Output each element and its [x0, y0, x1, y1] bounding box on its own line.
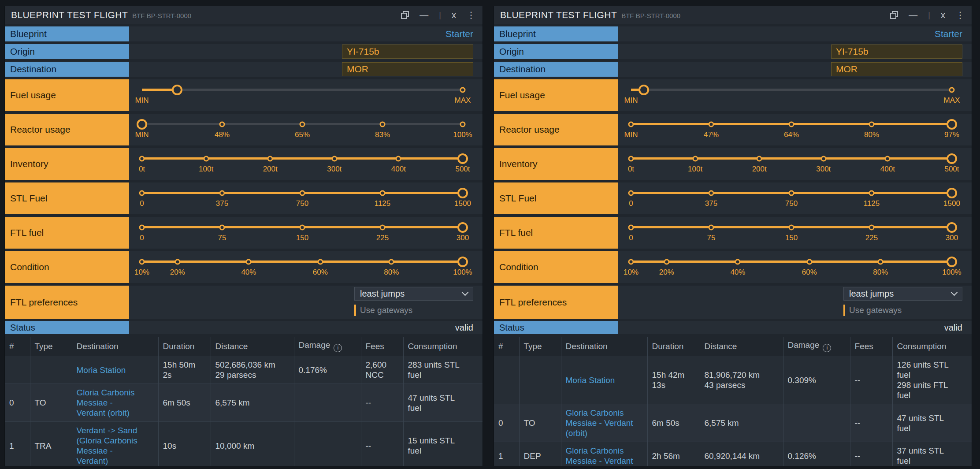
destination-link[interactable]: Verdant -> Sand (Gloria Carbonis Messiae…	[77, 426, 137, 465]
slider-handle[interactable]	[947, 222, 957, 233]
slider-marker[interactable]	[757, 156, 762, 161]
condition-slider[interactable]: 10%20%40%60%80%100%	[129, 251, 483, 283]
slider-marker[interactable]	[139, 259, 145, 264]
slider-marker[interactable]	[628, 121, 634, 127]
blueprint-link[interactable]: Starter	[935, 29, 962, 39]
slider-handle[interactable]	[457, 257, 468, 267]
titlebar[interactable]: BLUEPRINT TEST FLIGHTBTF BP-STRT-0000 — …	[5, 6, 483, 24]
close-icon[interactable]: x	[941, 11, 945, 19]
slider-handle[interactable]	[947, 119, 957, 130]
slider-marker[interactable]	[380, 224, 386, 230]
titlebar[interactable]: BLUEPRINT TEST FLIGHTBTF BP-STRT-0000 — …	[494, 6, 972, 24]
fuel-usage-slider[interactable]: MINMAX	[129, 79, 483, 111]
duplicate-window-icon[interactable]	[401, 11, 409, 19]
slider-marker[interactable]	[300, 121, 305, 127]
destination-link[interactable]: Moria Station	[566, 376, 615, 385]
slider-marker[interactable]	[396, 156, 401, 161]
slider-marker[interactable]	[709, 224, 714, 230]
slider-marker[interactable]	[806, 259, 812, 264]
condition-slider[interactable]: 10%20%40%60%80%100%	[618, 251, 972, 283]
slider-handle[interactable]	[457, 188, 468, 198]
origin-input[interactable]	[342, 45, 473, 59]
slider-marker[interactable]	[789, 121, 794, 127]
info-icon[interactable]: i	[334, 344, 342, 352]
window-menu-icon[interactable]: ⋮	[467, 11, 475, 19]
slider-handle[interactable]	[457, 153, 468, 164]
slider-marker[interactable]	[203, 156, 209, 161]
ftl-fuel-slider[interactable]: 075150225300	[129, 217, 483, 249]
slider-marker[interactable]	[174, 259, 180, 264]
ftl-fuel-slider[interactable]: 075150225300	[618, 217, 972, 249]
slider-handle[interactable]	[638, 85, 649, 95]
slider-marker[interactable]	[380, 190, 386, 196]
slider-marker[interactable]	[460, 121, 466, 127]
slider-marker[interactable]	[139, 190, 145, 196]
slider-marker[interactable]	[709, 121, 714, 127]
destination-input[interactable]	[342, 62, 473, 76]
stl-fuel-slider[interactable]: 037575011251500	[129, 182, 483, 214]
use-gateways-checkbox[interactable]: Use gateways	[843, 305, 962, 316]
ftl-preference-select[interactable]: least jumps	[843, 287, 962, 301]
slider-marker[interactable]	[789, 190, 794, 196]
fuel-usage-slider[interactable]: MINMAX	[618, 79, 972, 111]
slider-marker[interactable]	[878, 259, 883, 264]
ftl-preference-select[interactable]: least jumps	[354, 287, 473, 301]
slider-marker[interactable]	[389, 259, 394, 264]
slider-marker[interactable]	[246, 259, 252, 264]
minimize-icon[interactable]: —	[419, 11, 428, 19]
slider-marker[interactable]	[789, 224, 794, 230]
duplicate-window-icon[interactable]	[890, 11, 898, 19]
stl-fuel-slider[interactable]: 037575011251500	[618, 182, 972, 214]
slider-marker[interactable]	[949, 87, 955, 93]
slider-marker[interactable]	[692, 156, 698, 161]
destination-link[interactable]: Gloria Carbonis Messiae - Verdant	[566, 446, 633, 465]
slider-marker[interactable]	[869, 121, 875, 127]
destination-link[interactable]: Gloria Carbonis Messiae - Verdant (orbit…	[77, 388, 135, 417]
slider-marker[interactable]	[380, 121, 386, 127]
slider-marker[interactable]	[869, 190, 875, 196]
slider-marker[interactable]	[300, 224, 305, 230]
slider-marker[interactable]	[331, 156, 337, 161]
slider-handle[interactable]	[457, 222, 468, 233]
minimize-icon[interactable]: —	[909, 11, 917, 19]
destination-link[interactable]: Gloria Carbonis Messiae - Verdant (orbit…	[566, 408, 633, 438]
slider-marker[interactable]	[267, 156, 273, 161]
slider-marker[interactable]	[317, 259, 323, 264]
slider-marker[interactable]	[219, 121, 225, 127]
slider-marker[interactable]	[139, 156, 145, 161]
destination-link[interactable]: Moria Station	[77, 365, 126, 375]
slider-marker[interactable]	[628, 190, 634, 196]
inventory-slider[interactable]: 0t100t200t300t400t500t	[129, 148, 483, 180]
slider-track[interactable]	[631, 89, 952, 91]
inventory-slider[interactable]: 0t100t200t300t400t500t	[618, 148, 972, 180]
slider-marker[interactable]	[885, 156, 891, 161]
origin-input[interactable]	[831, 45, 962, 59]
blueprint-link[interactable]: Starter	[445, 29, 473, 39]
use-gateways-checkbox[interactable]: Use gateways	[354, 305, 473, 316]
destination-input[interactable]	[831, 62, 962, 76]
slider-marker[interactable]	[300, 190, 305, 196]
close-icon[interactable]: x	[452, 11, 456, 19]
slider-handle[interactable]	[947, 188, 957, 198]
slider-marker[interactable]	[139, 224, 145, 230]
slider-handle[interactable]	[947, 153, 957, 164]
info-icon[interactable]: i	[823, 344, 831, 352]
slider-marker[interactable]	[628, 224, 634, 230]
slider-track[interactable]	[142, 89, 463, 91]
slider-handle[interactable]	[172, 85, 182, 95]
slider-marker[interactable]	[460, 87, 466, 93]
window-menu-icon[interactable]: ⋮	[956, 11, 965, 19]
slider-marker[interactable]	[219, 190, 225, 196]
slider-marker[interactable]	[820, 156, 826, 161]
slider-marker[interactable]	[664, 259, 669, 264]
slider-marker[interactable]	[628, 259, 634, 264]
reactor-usage-slider[interactable]: MIN47%64%80%97%	[618, 114, 972, 145]
slider-marker[interactable]	[709, 190, 714, 196]
slider-marker[interactable]	[219, 224, 225, 230]
reactor-usage-slider[interactable]: MIN48%65%83%100%	[129, 114, 483, 145]
slider-handle[interactable]	[947, 257, 957, 267]
slider-marker[interactable]	[869, 224, 875, 230]
slider-marker[interactable]	[628, 156, 634, 161]
slider-handle[interactable]	[137, 119, 147, 130]
slider-marker[interactable]	[735, 259, 741, 264]
